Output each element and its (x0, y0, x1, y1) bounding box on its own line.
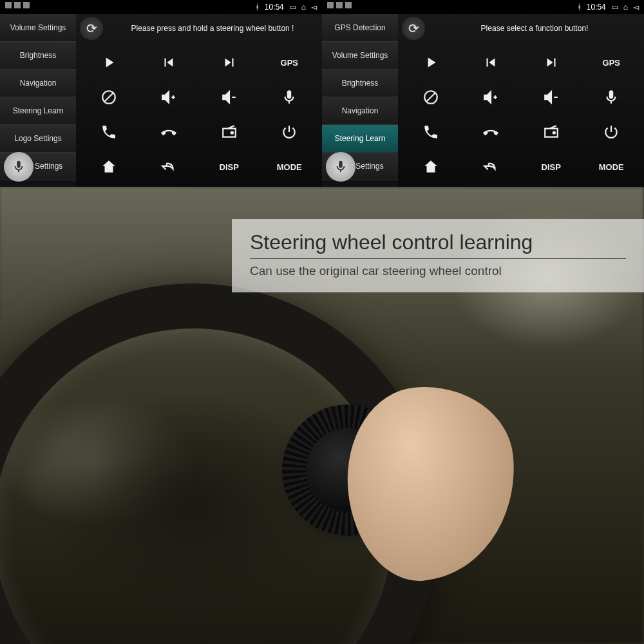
back-button[interactable] (139, 149, 200, 184)
bluetooth-icon: ᚼ (255, 3, 260, 12)
sidebar-item-gps-detection[interactable]: GPS Detection (322, 14, 398, 42)
refresh-icon: ⟳ (408, 21, 419, 36)
hangup-button[interactable] (461, 115, 522, 149)
mic-button[interactable] (260, 80, 320, 115)
refresh-icon: ⟳ (86, 21, 97, 36)
sidebar-item-navigation[interactable]: Navigation (322, 97, 398, 125)
home-button[interactable] (79, 149, 139, 184)
gps-label: GPS (281, 58, 298, 68)
screen-right: ᚼ 10:54 ▭ ⌂ ◅ GPS Detection Volume Setti… (322, 0, 644, 187)
sidebar-item-steering-learn[interactable]: Steering Learn (0, 97, 76, 125)
sidebar-item-label: GPS Detection (334, 23, 385, 32)
mode-label: MODE (277, 162, 302, 172)
screen-left: ᚼ 10:54 ▭ ⌂ ◅ Volume Settings Brightness… (0, 0, 322, 187)
call-icon (100, 124, 117, 140)
call-button[interactable] (401, 115, 461, 149)
home-icon[interactable]: ⌂ (301, 3, 306, 12)
sidebar-item-label: Steering Learn (13, 106, 64, 115)
sidebar-item-brightness[interactable]: Brightness (0, 42, 76, 70)
mode-button[interactable]: MODE (260, 149, 320, 184)
mic-button[interactable] (582, 80, 642, 115)
sidebar-item-volume[interactable]: Volume Settings (322, 42, 398, 70)
sidebar-item-label: Steering Learn (335, 134, 386, 143)
mode-button[interactable]: MODE (582, 149, 642, 184)
radio-button[interactable] (199, 115, 260, 149)
back-icon[interactable]: ◅ (311, 3, 317, 12)
hangup-button[interactable] (139, 115, 200, 149)
power-button[interactable] (260, 115, 320, 149)
power-icon (603, 124, 620, 140)
radio-button[interactable] (521, 115, 582, 149)
vol-up-button[interactable] (461, 80, 522, 115)
gps-label: GPS (603, 58, 620, 68)
main-panel: ⟳ Please press and hold a steering wheel… (76, 14, 322, 187)
notif-icon (345, 2, 352, 8)
vol-down-button[interactable] (199, 80, 260, 115)
home-button[interactable] (401, 149, 461, 184)
back-icon (160, 158, 177, 175)
function-grid: GPS DISP MODE (398, 43, 644, 187)
sidebar-item-volume[interactable]: Volume Settings (0, 14, 76, 42)
caption-title: Steering wheel control learning (250, 231, 626, 259)
back-button[interactable] (461, 149, 522, 184)
sidebar-item-logo[interactable]: Logo Settings (0, 125, 76, 153)
power-button[interactable] (582, 115, 642, 149)
sidebar-item-steering-learn[interactable]: Steering Learn (322, 125, 398, 153)
next-icon (543, 54, 560, 71)
gps-button[interactable]: GPS (260, 45, 320, 80)
mic-overlay-button[interactable] (4, 152, 33, 182)
mic-icon (12, 160, 26, 174)
prev-icon (160, 54, 177, 71)
main-panel: ⟳ Please select a function button! GPS (398, 14, 644, 187)
radio-icon (543, 124, 560, 140)
vol-down-button[interactable] (521, 80, 582, 115)
sidebar-item-navigation[interactable]: Navigation (0, 70, 76, 97)
next-icon (221, 54, 238, 71)
sidebar-item-label: Navigation (342, 106, 379, 115)
mic-overlay-button[interactable] (326, 152, 355, 182)
status-bar: ᚼ 10:54 ▭ ⌂ ◅ (322, 0, 644, 14)
sidebar-item-label: Brightness (20, 51, 57, 60)
prev-button[interactable] (461, 45, 522, 80)
status-bar: ᚼ 10:54 ▭ ⌂ ◅ (0, 0, 322, 14)
call-button[interactable] (79, 115, 139, 149)
refresh-button[interactable]: ⟳ (402, 17, 425, 40)
bluetooth-icon: ᚼ (577, 3, 582, 12)
function-grid: GPS DISP MODE (76, 43, 322, 187)
mic-icon (603, 89, 620, 106)
svg-point-2 (230, 131, 233, 134)
mic-icon (334, 160, 348, 174)
home-icon (100, 158, 117, 175)
vol-up-button[interactable] (139, 80, 200, 115)
disp-button[interactable]: DISP (521, 149, 582, 184)
next-button[interactable] (521, 45, 582, 80)
play-icon (422, 54, 439, 71)
disp-label: DISP (542, 162, 561, 172)
prev-button[interactable] (139, 45, 200, 80)
gps-button[interactable]: GPS (582, 45, 642, 80)
power-icon (281, 124, 298, 140)
play-button[interactable] (401, 45, 461, 80)
disp-button[interactable]: DISP (199, 149, 260, 184)
recent-apps-icon[interactable]: ▭ (289, 3, 296, 12)
vol-down-icon (221, 89, 238, 106)
home-icon[interactable]: ⌂ (623, 3, 628, 12)
hangup-icon (160, 124, 177, 140)
play-button[interactable] (79, 45, 139, 80)
vol-up-icon (482, 89, 499, 106)
call-icon (422, 124, 439, 140)
mute-button[interactable] (401, 80, 461, 115)
clock: 10:54 (587, 3, 606, 12)
recent-apps-icon[interactable]: ▭ (611, 3, 618, 12)
sidebar-item-label: Volume Settings (10, 23, 66, 32)
mute-icon (100, 89, 117, 106)
mode-label: MODE (599, 162, 624, 172)
back-icon[interactable]: ◅ (633, 3, 639, 12)
clock: 10:54 (265, 3, 284, 12)
next-button[interactable] (199, 45, 260, 80)
sidebar-item-label: Navigation (20, 79, 57, 88)
refresh-button[interactable]: ⟳ (80, 17, 103, 40)
promo-photo: Steering wheel control learning Can use … (0, 187, 644, 644)
mute-button[interactable] (79, 80, 139, 115)
sidebar-item-brightness[interactable]: Brightness (322, 70, 398, 97)
